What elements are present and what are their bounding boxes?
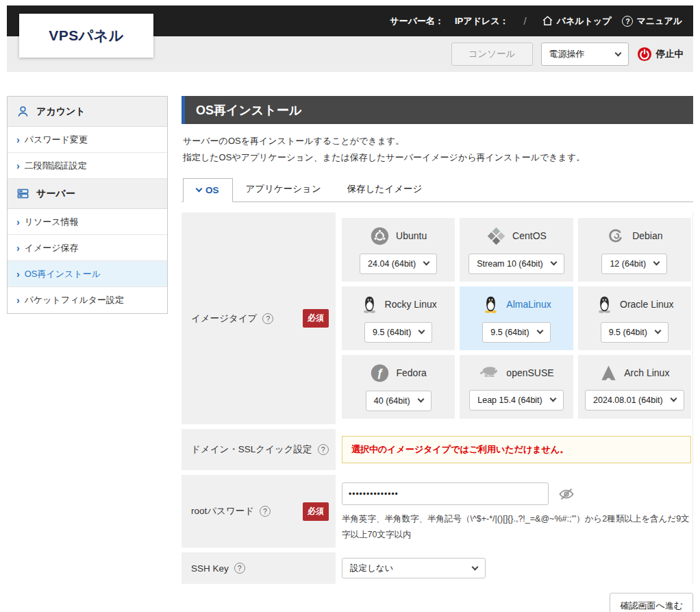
main-content: OS再インストール サーバーのOSを再インストールすることができます。 指定した… — [182, 96, 693, 612]
rocky-linux-logo-icon — [360, 295, 379, 315]
oracle-linux-version-select[interactable]: 9.5 (64bit) — [601, 322, 668, 343]
ip-address-label: IPアドレス： — [455, 15, 509, 27]
chevron-down-icon — [614, 49, 621, 56]
os-card-ubuntu[interactable]: Ubuntu 24.04 (64bit) — [342, 218, 455, 282]
root-password-input[interactable] — [342, 482, 549, 505]
os-card-oracle-linux[interactable]: Oracle Linux 9.5 (64bit) — [578, 286, 691, 350]
required-badge: 必須 — [303, 309, 329, 328]
sidebar-item-password-change[interactable]: › パスワード変更 — [8, 127, 167, 153]
chevron-down-icon — [472, 563, 479, 570]
proceed-to-confirm-button[interactable]: 確認画面へ進む — [610, 593, 693, 612]
debian-version-select[interactable]: 12 (64bit) — [601, 254, 667, 274]
arch-linux-version-select[interactable]: 2024.08.01 (64bit) — [585, 390, 684, 411]
os-card-centos[interactable]: CentOS Stream 10 (64bit) — [460, 218, 573, 282]
server-icon — [16, 187, 29, 200]
centos-logo-icon — [486, 226, 506, 246]
chevron-right-icon: › — [16, 243, 20, 254]
domain-ssl-warning: 選択中のイメージタイプではご利用いただけません。 — [342, 436, 691, 463]
ubuntu-version-select[interactable]: 24.04 (64bit) — [360, 254, 437, 274]
help-icon[interactable] — [234, 563, 245, 574]
sidebar-item-two-factor-auth[interactable]: › 二段階認証設定 — [8, 153, 167, 179]
vps-panel-logo[interactable]: VPSパネル — [19, 14, 153, 58]
chevron-down-icon — [536, 328, 543, 334]
svg-text:ƒ: ƒ — [377, 366, 384, 380]
chevron-right-icon: › — [16, 217, 20, 228]
user-icon — [16, 105, 29, 118]
ubuntu-logo-icon — [370, 226, 390, 246]
chevron-down-icon — [653, 259, 660, 266]
manual-link[interactable]: マニュアル — [622, 15, 682, 27]
description-line-2: 指定したOSやアプリケーション、または保存したサーバーイメージから再インストール… — [183, 149, 693, 166]
chevron-down-icon — [549, 395, 556, 402]
os-card-opensuse[interactable]: SUSE openSUSE Leap 15.4 (64bit) — [460, 355, 573, 419]
fedora-version-select[interactable]: 40 (64bit) — [366, 391, 432, 411]
ssh-key-value-cell: 設定しない — [336, 552, 692, 584]
image-type-value-cell: Ubuntu 24.04 (64bit) — [336, 212, 692, 424]
sidebar-item-os-reinstall[interactable]: › OS再インストール — [8, 261, 167, 287]
fedora-logo-icon: ƒ — [370, 363, 390, 383]
almalinux-logo-icon — [482, 295, 500, 315]
eye-off-icon[interactable] — [558, 486, 575, 502]
sidebar: アカウント › パスワード変更 › 二段階認証設定 サーバー — [7, 96, 168, 314]
sidebar-item-image-save[interactable]: › イメージ保存 — [8, 235, 167, 261]
server-name-label: サーバー名： — [390, 15, 444, 27]
almalinux-version-select[interactable]: 9.5 (64bit) — [482, 322, 550, 343]
chevron-down-icon — [655, 328, 662, 334]
os-card-almalinux[interactable]: AlmaLinux 9.5 (64bit) — [460, 286, 573, 350]
chevron-right-icon: › — [16, 134, 20, 145]
tab-os[interactable]: OS — [183, 178, 233, 202]
power-status-text: 停止中 — [656, 48, 684, 60]
home-icon — [542, 15, 553, 27]
form-row-domain-ssl: ドメイン・SSLクイック設定 選択中のイメージタイプではご利用いただけません。 — [182, 429, 692, 470]
os-card-rocky-linux[interactable]: Rocky Linux 9.5 (64bit) — [342, 286, 455, 350]
sidebar-item-resource-info[interactable]: › リソース情報 — [8, 209, 167, 235]
domain-ssl-label-cell: ドメイン・SSLクイック設定 — [182, 429, 336, 470]
os-card-debian[interactable]: Debian 12 (64bit) — [578, 218, 691, 282]
chevron-right-icon: › — [16, 160, 20, 171]
debian-logo-icon — [606, 226, 626, 246]
page-description: サーバーのOSを再インストールすることができます。 指定したOSやアプリケーショ… — [183, 133, 693, 166]
power-operation-select[interactable]: 電源操作 — [541, 42, 629, 66]
form-row-ssh-key: SSH Key 設定しない — [182, 552, 692, 584]
chevron-down-icon — [550, 259, 557, 266]
rocky-linux-version-select[interactable]: 9.5 (64bit) — [364, 322, 432, 343]
form-row-root-password: rootパスワード 必須 — [182, 475, 692, 548]
power-icon — [637, 47, 652, 62]
os-reinstall-form: イメージタイプ 必須 — [182, 212, 693, 584]
svg-text:SUSE: SUSE — [485, 374, 495, 378]
chevron-right-icon: › — [16, 295, 20, 306]
oracle-linux-logo-icon — [595, 295, 614, 315]
tab-application[interactable]: アプリケーション — [233, 177, 334, 201]
chevron-down-icon — [196, 186, 203, 193]
help-icon[interactable] — [260, 506, 271, 517]
help-icon[interactable] — [262, 313, 273, 324]
os-card-fedora[interactable]: ƒ Fedora 40 (64bit) — [342, 355, 455, 419]
chevron-down-icon — [417, 396, 424, 403]
ssh-key-select[interactable]: 設定しない — [342, 558, 486, 578]
tab-saved-image[interactable]: 保存したイメージ — [334, 177, 436, 201]
chevron-down-icon — [423, 259, 430, 266]
sidebar-section-account: アカウント — [8, 97, 167, 127]
root-password-label-cell: rootパスワード 必須 — [182, 475, 336, 548]
form-row-image-type: イメージタイプ 必須 — [182, 212, 692, 424]
description-line-1: サーバーのOSを再インストールすることができます。 — [183, 133, 693, 149]
sidebar-item-packet-filter[interactable]: › パケットフィルター設定 — [8, 287, 167, 313]
chevron-right-icon: › — [16, 269, 20, 280]
arch-linux-logo-icon — [599, 364, 618, 382]
domain-ssl-value-cell: 選択中のイメージタイプではご利用いただけません。 — [336, 429, 692, 470]
console-button[interactable]: コンソール — [451, 42, 533, 66]
panel-top-link[interactable]: パネルトップ — [542, 15, 612, 27]
question-circle-icon — [622, 16, 633, 27]
vps-panel-page: サーバー名： IPアドレス： / パネルトップ マニュアル VPSパネル コンソ… — [0, 0, 700, 612]
opensuse-logo-icon: SUSE — [479, 364, 500, 382]
help-icon[interactable] — [318, 444, 329, 455]
page-title: OS再インストール — [182, 96, 693, 124]
os-card-arch-linux[interactable]: Arch Linux 2024.08.01 (64bit) — [578, 355, 691, 419]
required-badge: 必須 — [303, 502, 329, 521]
centos-version-select[interactable]: Stream 10 (64bit) — [468, 254, 564, 274]
power-status-badge: 停止中 — [637, 47, 684, 62]
chevron-down-icon — [670, 395, 677, 402]
image-type-label-cell: イメージタイプ 必須 — [182, 212, 336, 424]
tab-bar: OS アプリケーション 保存したイメージ — [182, 177, 693, 202]
opensuse-version-select[interactable]: Leap 15.4 (64bit) — [469, 390, 564, 411]
